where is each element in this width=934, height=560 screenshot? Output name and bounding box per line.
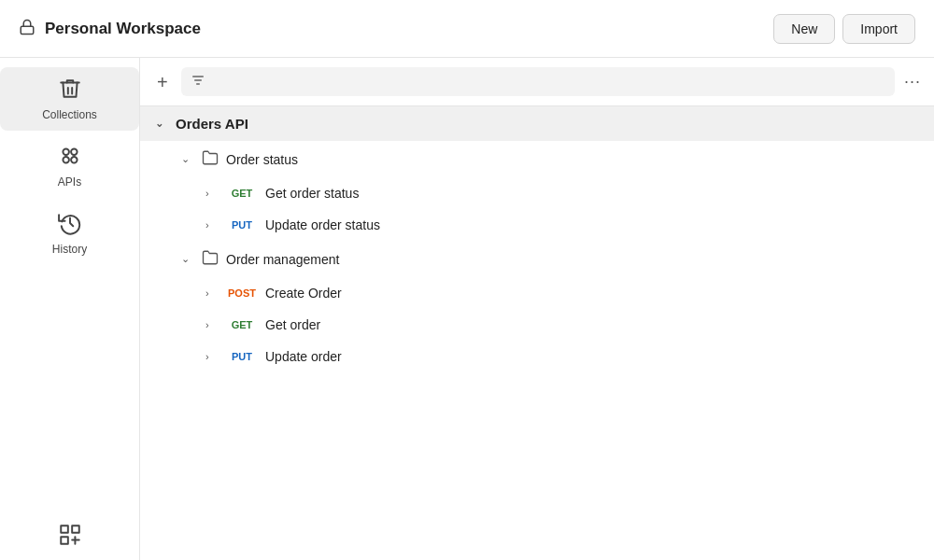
folder-name-order-status: Order status <box>226 152 298 167</box>
search-input[interactable] <box>211 75 885 89</box>
request-get-order-status[interactable]: › GET Get order status <box>140 177 934 209</box>
folder-icon-order-status <box>202 149 219 169</box>
sidebar-item-apis[interactable]: APIs <box>0 134 139 198</box>
svg-point-3 <box>63 157 69 163</box>
collections-icon <box>58 77 82 105</box>
request-put-order-status[interactable]: › PUT Update order status <box>140 209 934 241</box>
sidebar-item-collections[interactable]: Collections <box>0 67 139 131</box>
svg-point-2 <box>71 148 78 155</box>
svg-point-4 <box>71 157 78 163</box>
request-name-get-order-status: Get order status <box>265 186 359 201</box>
request-name-get-order: Get order <box>265 317 320 332</box>
method-post-1: POST <box>226 287 258 299</box>
request-name-post-create-order: Create Order <box>265 286 342 301</box>
collection-orders-api[interactable]: ⌄ Orders API <box>140 106 934 141</box>
chevron-get-order-status: › <box>205 188 219 199</box>
history-label: History <box>52 243 87 256</box>
folder-order-status[interactable]: ⌄ Order status <box>140 141 934 177</box>
svg-rect-5 <box>61 525 68 533</box>
svg-rect-0 <box>21 26 34 34</box>
request-get-order[interactable]: › GET Get order <box>140 309 934 341</box>
sidebar-item-history[interactable]: History <box>0 202 139 265</box>
chevron-post-create-order: › <box>205 287 219 299</box>
apis-label: APIs <box>58 175 81 189</box>
history-icon <box>58 211 82 239</box>
method-get-2: GET <box>226 319 258 330</box>
lock-icon <box>19 19 35 39</box>
new-button[interactable]: New <box>773 14 835 44</box>
apis-icon <box>58 144 82 172</box>
workspace-title: Personal Workspace <box>45 20 201 38</box>
import-button[interactable]: Import <box>842 14 915 44</box>
folder-name-order-management: Order management <box>226 252 339 267</box>
request-put-order[interactable]: › PUT Update order <box>140 341 934 372</box>
chevron-put-order-status: › <box>205 219 219 231</box>
collection-name-orders-api: Orders API <box>176 116 248 132</box>
svg-point-1 <box>63 148 69 155</box>
svg-rect-7 <box>61 537 68 544</box>
toolbar: + ··· <box>140 58 934 106</box>
method-put-2: PUT <box>226 351 258 362</box>
method-put-1: PUT <box>226 219 258 231</box>
request-post-create-order[interactable]: › POST Create Order <box>140 277 934 309</box>
header-left: Personal Workspace <box>19 19 201 39</box>
request-name-put-order-status: Update order status <box>265 217 380 232</box>
header-buttons: New Import <box>773 14 915 44</box>
chevron-order-management: ⌄ <box>181 253 194 265</box>
search-bar <box>181 67 895 96</box>
chevron-order-status: ⌄ <box>181 153 194 165</box>
header: Personal Workspace New Import <box>0 0 934 58</box>
chevron-orders-api: ⌄ <box>155 118 168 130</box>
request-name-put-order: Update order <box>265 349 342 364</box>
sidebar-item-add[interactable] <box>0 513 139 560</box>
main-layout: Collections APIs History <box>0 58 934 560</box>
chevron-get-order: › <box>205 319 219 330</box>
collection-tree: ⌄ Orders API ⌄ Order status › GET Get or… <box>140 106 934 560</box>
chevron-put-order: › <box>205 351 219 362</box>
filter-icon <box>191 73 205 91</box>
content-area: + ··· ⌄ Orders API <box>140 58 934 560</box>
add-collection-icon <box>58 523 82 551</box>
folder-order-management[interactable]: ⌄ Order management <box>140 241 934 277</box>
sidebar: Collections APIs History <box>0 58 140 560</box>
more-options-button[interactable]: ··· <box>904 72 921 91</box>
svg-rect-6 <box>72 525 79 533</box>
folder-icon-order-management <box>202 249 219 269</box>
method-get-1: GET <box>226 188 258 199</box>
add-button[interactable]: + <box>153 71 172 93</box>
collections-label: Collections <box>42 108 97 121</box>
